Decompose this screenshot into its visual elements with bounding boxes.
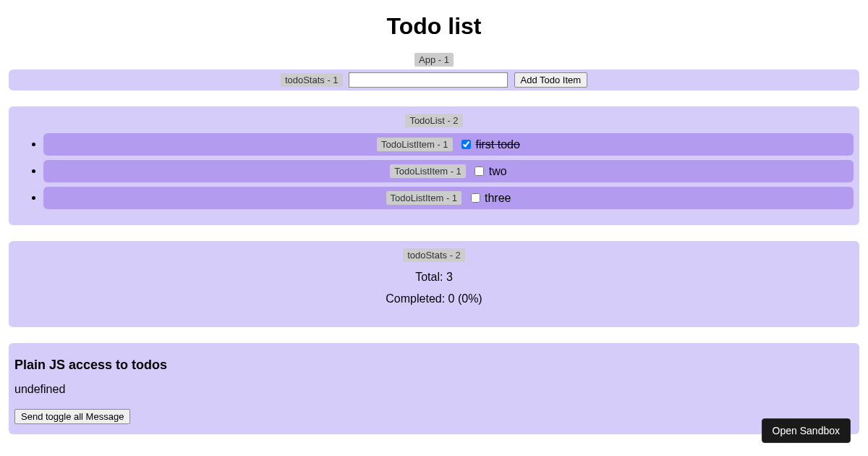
stats-completed: Completed: 0 (0%) [14,292,854,305]
todo-text: three [485,192,511,204]
todolist-tag: TodoList - 2 [405,114,462,127]
app-tag: App - 1 [414,53,454,67]
page-title: Todo list [0,13,868,40]
todo-text: two [489,165,507,177]
todo-list-panel: TodoList - 2 TodoListItem - 1 first todo… [9,106,859,225]
open-sandbox-button[interactable]: Open Sandbox [762,418,851,443]
add-todo-button[interactable]: Add Todo Item [514,72,588,88]
new-todo-input[interactable] [349,72,508,88]
stats-panel: todoStats - 2 Total: 3 Completed: 0 (0%) [9,241,859,327]
todo-checkbox[interactable] [461,140,471,149]
plainjs-value: undefined [14,383,854,396]
list-item: TodoListItem - 1 first todo [43,133,854,156]
todo-checkbox[interactable] [471,193,480,203]
todolistitem-tag: TodoListItem - 1 [377,138,453,151]
list-item: TodoListItem - 1 two [43,160,854,182]
stats-tag: todoStats - 2 [403,248,465,262]
todolistitem-tag: TodoListItem - 1 [390,164,466,178]
plainjs-panel: Plain JS access to todos undefined Send … [9,343,859,434]
stats-total: Total: 3 [14,271,854,284]
todo-text: first todo [476,138,520,151]
todo-list: TodoListItem - 1 first todo TodoListItem… [14,133,854,209]
toggle-all-button[interactable]: Send toggle all Message [14,409,130,424]
inputbar-tag: todoStats - 1 [281,73,343,87]
plainjs-heading: Plain JS access to todos [14,358,854,373]
input-bar: todoStats - 1 Add Todo Item [9,69,859,90]
todolistitem-tag: TodoListItem - 1 [386,191,462,205]
todo-checkbox[interactable] [475,166,484,176]
list-item: TodoListItem - 1 three [43,187,854,209]
